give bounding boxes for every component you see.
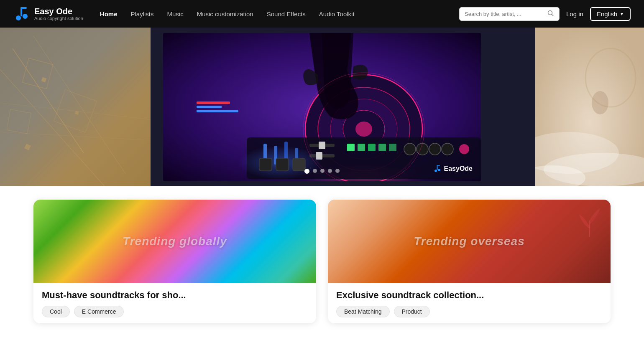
plant-decoration-icon <box>577 204 602 237</box>
svg-point-46 <box>429 143 441 155</box>
svg-rect-3 <box>20 7 27 9</box>
svg-line-7 <box>33 36 125 174</box>
hero-left-panel <box>0 28 151 186</box>
card-global-body: Must-have soundtracks for sho... Cool E … <box>33 283 316 323</box>
nav-playlists[interactable]: Playlists <box>130 10 153 18</box>
card-global-title: Must-have soundtracks for sho... <box>42 290 308 301</box>
tag-product[interactable]: Product <box>394 306 430 317</box>
login-button[interactable]: Log in <box>566 10 583 18</box>
search-box[interactable] <box>459 7 560 21</box>
nav-audio-toolkit[interactable]: Audio Toolkit <box>319 10 355 18</box>
svg-rect-14 <box>24 144 31 150</box>
logo-icon <box>13 5 30 22</box>
svg-rect-42 <box>378 144 386 151</box>
bar-blue2 <box>197 110 238 112</box>
svg-point-45 <box>417 143 428 155</box>
color-bars <box>197 101 238 112</box>
tag-beat-matching[interactable]: Beat Matching <box>336 306 390 317</box>
card-global-tags: Cool E Commerce <box>42 306 308 317</box>
svg-point-54 <box>434 170 437 172</box>
header-right: Log in English ▼ <box>459 7 631 21</box>
search-input[interactable] <box>465 11 544 17</box>
logo-subtitle: Audio copyright solution <box>34 16 83 21</box>
svg-rect-12 <box>41 77 47 83</box>
slide-dot-4[interactable] <box>328 169 332 173</box>
svg-point-55 <box>438 169 440 171</box>
card-overseas-body: Exclusive soundtrack collection... Beat … <box>328 283 611 323</box>
svg-rect-53 <box>293 158 305 171</box>
nav-sound-effects[interactable]: Sound Effects <box>267 10 306 18</box>
cards-section: Trending globally Must-have soundtracks … <box>0 186 644 337</box>
svg-point-47 <box>442 143 453 155</box>
svg-rect-41 <box>368 144 376 151</box>
logo-text: Easy Ode Audio copyright solution <box>34 7 83 21</box>
nav-music-customization[interactable]: Music customization <box>197 10 253 18</box>
svg-rect-11 <box>7 109 31 134</box>
svg-line-15 <box>0 103 151 119</box>
svg-point-48 <box>459 144 469 154</box>
svg-point-28 <box>355 122 372 137</box>
slide-watermark: EasyOde <box>433 165 473 173</box>
card-overseas-title: Exclusive soundtrack collection... <box>336 290 602 301</box>
tag-ecommerce[interactable]: E Commerce <box>74 306 124 317</box>
main-nav: Home Playlists Music Music customization… <box>100 10 459 18</box>
language-label: English <box>597 10 617 18</box>
slide-dot-2[interactable] <box>313 169 317 173</box>
svg-point-44 <box>404 143 416 155</box>
chevron-down-icon: ▼ <box>620 12 624 16</box>
hero-section: EasyOde <box>0 28 644 186</box>
watermark-icon <box>433 165 442 173</box>
slide-dot-1[interactable] <box>304 169 309 174</box>
svg-rect-39 <box>347 144 355 151</box>
logo-name: Easy Ode <box>34 7 83 16</box>
slide-dot-5[interactable] <box>335 169 340 173</box>
card-trending-globally[interactable]: Trending globally Must-have soundtracks … <box>33 200 316 323</box>
slide-dot-3[interactable] <box>320 169 325 173</box>
svg-rect-52 <box>276 158 289 171</box>
watermark-text: EasyOde <box>444 165 473 172</box>
bar-red <box>197 101 230 104</box>
right-slide-decoration <box>535 28 644 186</box>
card-trending-overseas[interactable]: Trending overseas Exclusive soundtrack c… <box>328 200 611 323</box>
svg-line-5 <box>552 14 554 16</box>
svg-point-1 <box>23 14 28 19</box>
search-icon <box>547 10 554 18</box>
card-global-trending-label: Trending globally <box>123 235 227 248</box>
nav-music[interactable]: Music <box>167 10 184 18</box>
circuit-pattern <box>0 28 151 186</box>
card-global-bg: Trending globally <box>33 200 316 283</box>
svg-rect-9 <box>22 58 53 89</box>
svg-line-16 <box>0 132 151 140</box>
svg-point-19 <box>592 91 608 114</box>
language-button[interactable]: English ▼ <box>590 7 631 21</box>
svg-rect-40 <box>358 144 365 151</box>
svg-rect-51 <box>259 158 272 171</box>
card-overseas-tags: Beat Matching Product <box>336 306 602 317</box>
right-slide-bg <box>535 28 644 186</box>
svg-line-8 <box>0 69 105 186</box>
card-overseas-bg: Trending overseas <box>328 200 611 283</box>
svg-rect-43 <box>389 144 396 151</box>
logo[interactable]: Easy Ode Audio copyright solution <box>13 5 83 22</box>
hero-center-slide[interactable]: EasyOde <box>163 33 481 181</box>
hero-right-panel <box>535 28 644 186</box>
nav-home[interactable]: Home <box>100 10 118 18</box>
dj-slide-bg: EasyOde <box>163 33 481 181</box>
svg-rect-36 <box>319 142 325 149</box>
svg-rect-57 <box>437 165 440 166</box>
bar-blue <box>197 106 222 108</box>
left-slide-bg <box>0 28 151 186</box>
card-overseas-trending-label: Trending overseas <box>414 235 524 248</box>
slide-dots <box>304 169 340 174</box>
header: Easy Ode Audio copyright solution Home P… <box>0 0 644 28</box>
svg-point-0 <box>16 15 21 20</box>
svg-line-6 <box>13 48 84 153</box>
tag-cool[interactable]: Cool <box>42 306 70 317</box>
